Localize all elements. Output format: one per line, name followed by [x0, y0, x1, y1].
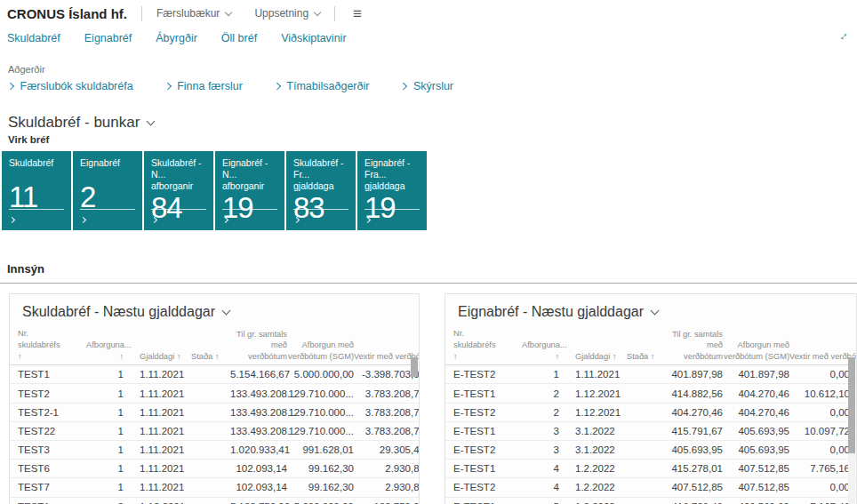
cell-bond-number: E-TEST2: [445, 407, 502, 418]
top-menu-item[interactable]: Uppsetning: [254, 7, 320, 20]
cue-group-title[interactable]: Skuldabréf - bunkar: [8, 114, 857, 132]
table-row[interactable]: TEST2-1 ⋮ 1 1.11.2021 133.493.208... 129…: [10, 404, 419, 422]
bond-number-link[interactable]: E-TEST1: [453, 501, 495, 504]
nav-link[interactable]: Öll bréf: [221, 32, 257, 44]
column-header-payment[interactable]: Afborgun með verðbótum (SGM): [287, 340, 354, 362]
sort-ascending-icon: ↑: [86, 351, 124, 362]
action-link[interactable]: Færslubók skuldabréfa: [8, 80, 133, 92]
table-row[interactable]: E-TEST1 ⋮ 3 3.1.2022 415.791,67 405.693,…: [445, 422, 856, 441]
table-row[interactable]: E-TEST2 ⋮ 1 1.11.2021 401.897,98 401.897…: [445, 365, 856, 384]
column-header-status[interactable]: Staða ↑: [186, 351, 230, 363]
chevron-right-icon: [400, 83, 407, 90]
card-title[interactable]: Eignabréf - Næstu gjalddagar: [445, 294, 856, 324]
table-row[interactable]: TEST3 ⋮ 1 1.11.2021 1.020.933,41 991.628…: [10, 441, 419, 460]
cell-principal: 407.512,85: [666, 482, 723, 492]
column-header-no[interactable]: Nr. skuldabréfs ↑: [445, 328, 502, 362]
grid-rows: TEST1 ⋮ 1 1.11.2021 5.154.166,67 5.000.0…: [10, 365, 419, 504]
cue-tile[interactable]: Eignabréf 2: [73, 151, 142, 230]
column-header-due-date[interactable]: Gjalddagi ↑: [124, 351, 186, 363]
cell-row-menu: ⋮: [502, 384, 522, 403]
cell-row-menu: ⋮: [502, 403, 522, 421]
action-link[interactable]: Finna færslur: [165, 80, 243, 92]
cell-row-menu: ⋮: [502, 441, 522, 460]
cell-interest: 0,00: [789, 444, 850, 455]
cell-installment: 2: [522, 388, 559, 399]
card-title[interactable]: Skuldabréf - Næstu gjalddagar: [10, 294, 419, 324]
hamburger-menu-icon[interactable]: ≡: [349, 6, 365, 21]
column-header-interest[interactable]: Vextir með verðbótum (SGM): [789, 351, 850, 363]
cue-tile[interactable]: Skuldabréf - N... afborganir 84: [144, 151, 213, 230]
column-header-installment[interactable]: Afborguna... ↑: [86, 340, 124, 363]
cue-tile[interactable]: Eignabréf - N... afborganir 19: [215, 151, 284, 230]
cue-tile-value: 19: [222, 193, 277, 222]
bond-number-link[interactable]: E-TEST2: [453, 407, 495, 418]
table-row[interactable]: E-TEST1 ⋮ 2 1.12.2021 414.882,56 404.270…: [445, 384, 856, 403]
table-row[interactable]: TEST1 ⋮ 1 1.11.2021 5.154.166,67 5.000.0…: [10, 365, 419, 384]
bond-number-link[interactable]: E-TEST2: [453, 444, 495, 455]
table-row[interactable]: E-TEST2 ⋮ 4 1.2.2022 407.512,85 407.512,…: [445, 478, 856, 497]
nav-link[interactable]: Viðskiptavinir: [281, 32, 346, 44]
cue-tile-label: Skuldabréf: [9, 157, 64, 181]
table-row[interactable]: E-TEST1 ⋮ 4 1.2.2022 415.278,01 407.512,…: [445, 460, 856, 478]
bond-number-link[interactable]: E-TEST2: [453, 482, 495, 492]
cue-tile[interactable]: Skuldabréf - Fr... gjalddaga 83: [286, 151, 356, 230]
column-header-principal[interactable]: Til gr. samtals með verðbótum: [666, 329, 723, 363]
table-row[interactable]: TEST6 ⋮ 1 1.11.2021 102.093,14 99.162,30…: [10, 460, 419, 478]
cell-principal: 5.138.750,00: [230, 501, 287, 504]
column-header-interest[interactable]: Vextir með verðbótum (SGM): [354, 351, 420, 363]
cell-installment: 1: [86, 482, 124, 492]
table-row[interactable]: E-TEST2 ⋮ 3 3.1.2022 405.693,95 405.693,…: [445, 441, 856, 460]
table-row[interactable]: TEST7 ⋮ 1 1.11.2021 102.093,14 99.162,30…: [10, 478, 419, 497]
bond-number-link[interactable]: E-TEST1: [453, 463, 495, 474]
cell-principal: 415.278,01: [666, 463, 723, 474]
vertical-scrollbar-thumb[interactable]: [411, 357, 418, 377]
top-menu-item[interactable]: Færslubækur: [156, 7, 231, 20]
table-row[interactable]: E-TEST1 ⋮ 5 1.3.2022 416.736,46 409.569,…: [445, 498, 856, 504]
action-link[interactable]: Skýrslur: [401, 80, 453, 92]
column-header-status[interactable]: Staða ↑: [621, 351, 666, 363]
cell-bond-number: TEST7: [10, 482, 67, 492]
bond-number-link[interactable]: TEST1: [18, 369, 50, 380]
column-header-installment[interactable]: Afborguna... ↑: [522, 340, 559, 363]
chevron-down-icon: [222, 307, 231, 316]
column-header-due-date[interactable]: Gjalddagi ↑: [559, 351, 621, 363]
table-row[interactable]: TEST22 ⋮ 1 1.11.2021 133.493.208... 129.…: [10, 422, 419, 441]
cell-due-date: 1.2.2022: [559, 482, 621, 492]
bond-number-link[interactable]: TEST1: [18, 501, 50, 504]
cell-payment: 401.897,98: [723, 369, 789, 380]
column-header-payment[interactable]: Afborgun með verðbótum (SGM): [723, 340, 789, 362]
table-row[interactable]: E-TEST2 ⋮ 2 1.12.2021 404.270,46 404.270…: [445, 404, 856, 422]
cell-row-menu: ⋮: [67, 384, 86, 403]
bond-number-link[interactable]: TEST2-1: [18, 407, 59, 418]
bond-number-link[interactable]: TEST3: [18, 444, 50, 455]
bond-number-link[interactable]: E-TEST2: [453, 369, 495, 380]
nav-link[interactable]: Eignabréf: [84, 32, 132, 44]
nav-bar: Skuldabréf Eignabréf Ábyrgðir Öll bréf V…: [0, 25, 857, 50]
column-header-principal[interactable]: Til gr. samtals með verðbótum: [230, 329, 287, 363]
bond-number-link[interactable]: E-TEST1: [453, 426, 495, 436]
sort-ascending-icon: ↑: [453, 351, 502, 362]
bond-number-link[interactable]: E-TEST1: [453, 388, 495, 399]
cue-tile[interactable]: Eignabréf - Fra... gjalddaga 19: [357, 151, 427, 230]
nav-link[interactable]: Skuldabréf: [7, 32, 60, 44]
cell-payment: 5.000.000,00: [287, 369, 354, 380]
cell-principal: 133.493.208...: [230, 388, 287, 399]
cue-tile[interactable]: Skuldabréf 11: [2, 151, 71, 230]
cell-payment: 407.512,85: [723, 463, 789, 474]
expand-icon[interactable]: ↔: [834, 27, 852, 44]
bond-number-link[interactable]: TEST7: [18, 482, 50, 492]
cell-row-menu: ⋮: [67, 365, 86, 384]
bond-number-link[interactable]: TEST22: [18, 426, 55, 436]
bond-number-link[interactable]: TEST2: [18, 388, 50, 399]
cell-interest: 2.930,84: [354, 463, 419, 474]
column-header-no[interactable]: Nr. skuldabréfs ↑: [10, 328, 67, 362]
bond-number-link[interactable]: TEST6: [18, 463, 50, 474]
cell-row-menu: ⋮: [67, 421, 86, 440]
nav-link[interactable]: Ábyrgðir: [156, 32, 197, 44]
table-row[interactable]: TEST2 ⋮ 1 1.11.2021 133.493.208... 129.7…: [10, 384, 419, 403]
action-link[interactable]: Tímabilsaðgerðir: [275, 80, 370, 92]
table-row[interactable]: TEST1 ⋮ 2 1.12.2021 5.138.750,00 5.000.0…: [10, 498, 419, 504]
cue-group-title-label: Skuldabréf - bunkar: [8, 114, 140, 132]
vertical-scrollbar-thumb[interactable]: [848, 357, 855, 453]
cell-principal: 102.093,14: [230, 463, 287, 474]
